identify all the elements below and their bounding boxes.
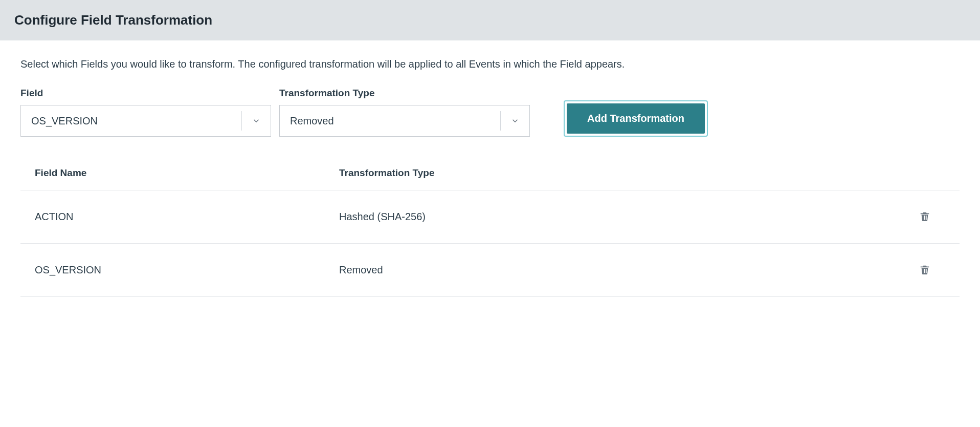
field-select[interactable]: OS_VERSION bbox=[20, 105, 271, 137]
trash-icon bbox=[919, 269, 930, 277]
type-group: Transformation Type Removed bbox=[279, 88, 530, 137]
delete-row-button[interactable] bbox=[917, 208, 932, 226]
add-button-focus-ring: Add Transformation bbox=[564, 100, 708, 137]
content-area: Select which Fields you would like to tr… bbox=[0, 40, 980, 313]
add-transformation-button[interactable]: Add Transformation bbox=[567, 103, 705, 134]
field-group: Field OS_VERSION bbox=[20, 88, 271, 137]
type-select[interactable]: Removed bbox=[279, 105, 530, 137]
page-title: Configure Field Transformation bbox=[14, 12, 966, 28]
header-transformation-type: Transformation Type bbox=[339, 167, 904, 179]
table-row: ACTION Hashed (SHA-256) bbox=[20, 190, 960, 244]
type-select-value: Removed bbox=[280, 115, 500, 127]
table-header: Field Name Transformation Type bbox=[20, 167, 960, 190]
header-field-name: Field Name bbox=[35, 167, 339, 179]
cell-field-name: ACTION bbox=[35, 211, 339, 223]
chevron-down-icon bbox=[501, 116, 529, 125]
field-select-value: OS_VERSION bbox=[21, 115, 241, 127]
table-row: OS_VERSION Removed bbox=[20, 244, 960, 297]
header-actions bbox=[904, 167, 945, 179]
trash-icon bbox=[919, 216, 930, 224]
form-row: Field OS_VERSION Transformation Type Rem… bbox=[20, 88, 960, 137]
chevron-down-icon bbox=[242, 116, 271, 125]
description-text: Select which Fields you would like to tr… bbox=[20, 57, 960, 71]
cell-transformation-type: Hashed (SHA-256) bbox=[339, 211, 904, 223]
delete-row-button[interactable] bbox=[917, 261, 932, 279]
field-label: Field bbox=[20, 88, 271, 99]
transformations-table: Field Name Transformation Type ACTION Ha… bbox=[20, 167, 960, 297]
cell-transformation-type: Removed bbox=[339, 264, 904, 276]
type-label: Transformation Type bbox=[279, 88, 530, 99]
page-header: Configure Field Transformation bbox=[0, 0, 980, 40]
cell-field-name: OS_VERSION bbox=[35, 264, 339, 276]
